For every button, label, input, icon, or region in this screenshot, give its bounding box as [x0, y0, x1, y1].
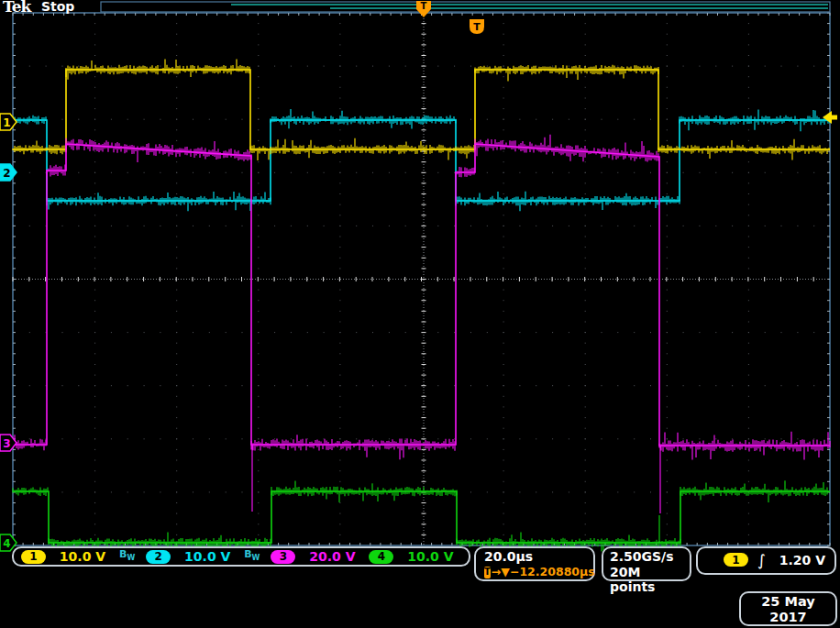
ch3-scale: 20.0 V [306, 549, 358, 564]
trigger-readout-box[interactable]: 1 ∫ 1.20 V [696, 546, 836, 575]
svg-text:4: 4 [3, 537, 10, 550]
ch1-badge[interactable]: 1 [21, 550, 46, 564]
bandwidth-limit-indicator: BW [119, 548, 135, 562]
acquisition-status: Stop [41, 0, 74, 14]
svg-text:T: T [473, 21, 481, 33]
svg-text:3: 3 [3, 437, 10, 450]
date-label: 25 May 2017 [741, 594, 835, 625]
waveform-display: TT1234 [0, 0, 840, 628]
acquisition-readout-box[interactable]: 2.50GS/s 20M points [602, 546, 691, 581]
ch3-badge[interactable]: 3 [271, 550, 295, 564]
tek-logo: Tek [3, 0, 30, 16]
channel-readout-box[interactable]: 110.0 VBW210.0 VBW320.0 V410.0 V [12, 546, 470, 567]
record-length: 20M points [610, 565, 690, 595]
svg-text:1: 1 [3, 116, 10, 129]
ch2-badge[interactable]: 2 [146, 550, 171, 564]
trigger-slope-icon: ∫ [757, 551, 766, 569]
timebase-scale: 20.0µs [484, 549, 533, 564]
horizontal-readout-box[interactable]: 20.0µs T→▼−12.20880µs [474, 546, 595, 581]
sample-rate: 2.50GS/s [610, 549, 690, 565]
bandwidth-limit-indicator: BW [244, 548, 260, 562]
ch4-badge[interactable]: 4 [369, 550, 393, 564]
trigger-delay-readout: T→▼−12.20880µs [484, 565, 593, 579]
oscilloscope-screen: TT1234 Tek Stop 110.0 VBW210.0 VBW320.0 … [0, 0, 840, 628]
svg-text:2: 2 [3, 167, 10, 180]
trigger-source-badge: 1 [724, 553, 748, 567]
ch4-scale: 10.0 V [404, 549, 456, 564]
datetime-box: 25 May 2017 17:33:59 [739, 591, 837, 626]
trigger-t-icon: T [484, 567, 491, 578]
delay-arrows-icon: →▼ [492, 565, 510, 579]
trigger-delay-value: −12.20880µs [510, 565, 595, 579]
ch2-scale: 10.0 V [182, 549, 233, 564]
acquisition-preview-bar [101, 2, 830, 12]
ch1-scale: 10.0 V [57, 549, 108, 564]
top-status-bar: Tek Stop [3, 0, 74, 16]
trigger-level-value: 1.20 V [775, 553, 825, 567]
svg-text:T: T [421, 1, 427, 11]
